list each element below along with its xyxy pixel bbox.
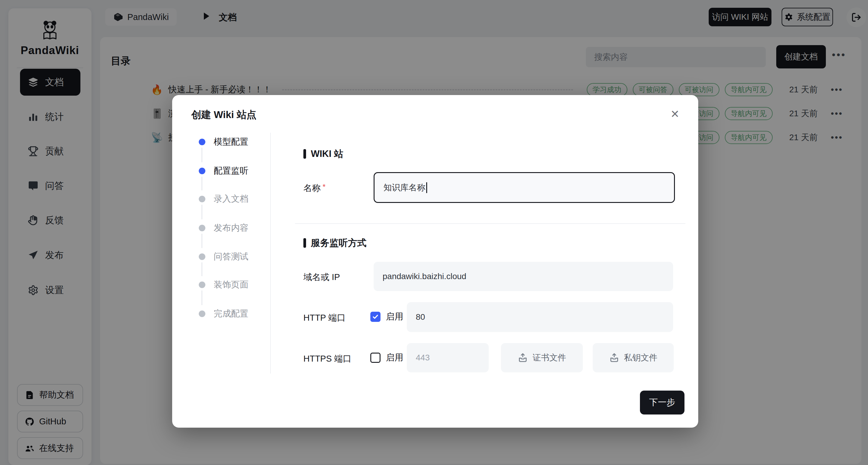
step-label: 装饰页面 xyxy=(214,279,248,291)
http-port-input[interactable]: 80 xyxy=(407,302,673,332)
http-port-value: 80 xyxy=(416,312,425,322)
step-finish-config[interactable]: 完成配置 xyxy=(199,308,248,320)
step-connector xyxy=(202,177,203,190)
step-connector xyxy=(202,290,203,305)
section-listen-mode: 服务监听方式 xyxy=(303,237,367,249)
https-port-label: HTTPS 端口 xyxy=(303,353,351,365)
step-connector xyxy=(202,262,203,276)
create-wiki-modal: 创建 Wiki 站点 ✕ 模型配置 配置监听 录入文档 发布内容 问答测试 装饰… xyxy=(172,95,698,428)
section-wiki-site: WIKI 站 xyxy=(303,148,343,160)
required-asterisk: * xyxy=(322,182,326,191)
cert-file-label: 证书文件 xyxy=(533,352,566,363)
step-dot xyxy=(199,225,205,231)
step-label: 模型配置 xyxy=(214,136,248,148)
domain-input-value: pandawiki.baizhi.cloud xyxy=(382,272,466,281)
checkbox-unchecked-icon[interactable] xyxy=(370,353,380,363)
key-file-label: 私钥文件 xyxy=(624,352,658,363)
step-listen-config[interactable]: 配置监听 xyxy=(199,165,248,177)
https-port-input[interactable]: 443 xyxy=(407,343,489,372)
step-connector xyxy=(202,205,203,219)
modal-title: 创建 Wiki 站点 xyxy=(191,108,256,122)
step-connector xyxy=(202,148,203,162)
section-listen-label: 服务监听方式 xyxy=(311,237,367,249)
step-label: 录入文档 xyxy=(214,193,248,205)
steps-divider xyxy=(270,133,271,374)
text-caret xyxy=(426,182,427,193)
name-input[interactable]: 知识库名称 xyxy=(374,172,675,203)
step-label: 发布内容 xyxy=(214,222,248,234)
section-divider xyxy=(295,223,685,224)
next-step-button[interactable]: 下一步 xyxy=(640,391,684,414)
step-label: 问答测试 xyxy=(214,251,248,263)
http-enable-label: 启用 xyxy=(386,311,403,323)
step-import-docs[interactable]: 录入文档 xyxy=(199,193,248,205)
step-label: 配置监听 xyxy=(214,165,248,177)
step-decorate-page[interactable]: 装饰页面 xyxy=(199,279,248,291)
upload-icon xyxy=(518,353,528,363)
cert-file-button[interactable]: 证书文件 xyxy=(501,343,583,372)
step-dot xyxy=(199,139,205,145)
step-dot xyxy=(199,168,205,174)
https-enable-checkbox-row: 启用 xyxy=(370,352,403,364)
step-dot xyxy=(199,196,205,202)
domain-input[interactable]: pandawiki.baizhi.cloud xyxy=(374,262,673,291)
key-file-button[interactable]: 私钥文件 xyxy=(593,343,674,372)
step-dot xyxy=(199,281,205,288)
close-icon[interactable]: ✕ xyxy=(666,105,684,123)
checkbox-checked-icon[interactable] xyxy=(370,312,380,322)
upload-icon xyxy=(609,353,619,363)
name-input-value: 知识库名称 xyxy=(383,182,425,193)
https-port-value: 443 xyxy=(416,353,430,363)
name-label: 名称* xyxy=(303,182,326,194)
step-model-config[interactable]: 模型配置 xyxy=(199,136,248,148)
https-enable-label: 启用 xyxy=(386,352,403,364)
step-qa-test[interactable]: 问答测试 xyxy=(199,251,248,263)
http-port-label: HTTP 端口 xyxy=(303,312,345,324)
domain-label: 域名或 IP xyxy=(303,271,340,283)
step-publish-content[interactable]: 发布内容 xyxy=(199,222,248,234)
step-label: 完成配置 xyxy=(214,308,248,320)
section-bar xyxy=(303,149,306,159)
step-connector xyxy=(202,234,203,248)
step-dot xyxy=(199,310,205,317)
section-wiki-label: WIKI 站 xyxy=(311,148,343,160)
http-enable-checkbox-row: 启用 xyxy=(370,311,403,323)
section-bar xyxy=(303,238,306,248)
step-dot xyxy=(199,253,205,260)
